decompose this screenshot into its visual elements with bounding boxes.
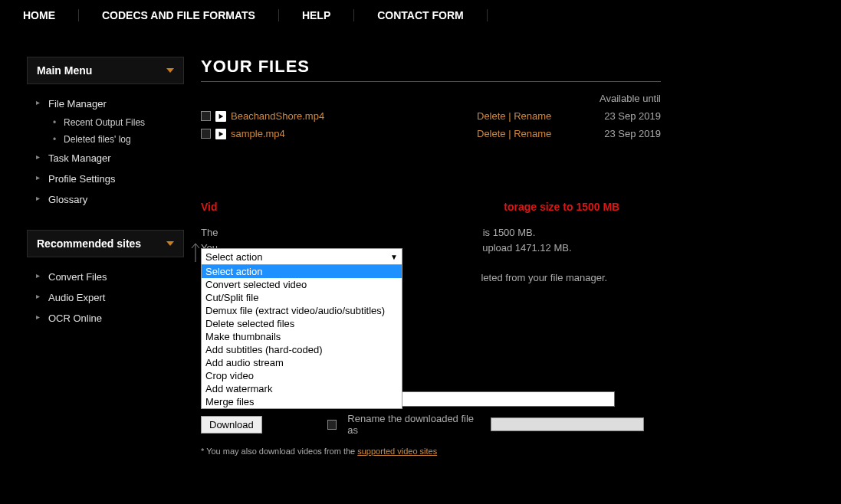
dropdown-option[interactable]: Add subtitles (hard-coded)	[202, 343, 402, 356]
sidebar-item-recent-output[interactable]: Recent Output Files	[27, 114, 184, 131]
action-dropdown: Select action ▼ Select action Convert se…	[201, 248, 402, 409]
chevron-down-icon: ▼	[390, 253, 398, 261]
storage-notice: Vid xxxxxxxxxxxxxxxxxxxxxxxxxxxxxxxxxxxx…	[201, 201, 644, 213]
dropdown-option[interactable]: Convert selected video	[202, 278, 402, 291]
sidebar-item-profile[interactable]: Profile Settings	[27, 169, 184, 189]
file-row: BeachandShore.mp4 Delete | Rename 23 Sep…	[201, 110, 661, 122]
dropdown-option[interactable]: Delete selected files	[202, 317, 402, 330]
chevron-down-icon	[166, 68, 174, 73]
sidebar-item-audio-expert[interactable]: Audio Expert	[27, 287, 184, 308]
file-checkbox[interactable]	[201, 129, 211, 139]
recommended-header[interactable]: Recommended sites	[27, 230, 184, 257]
chevron-down-icon	[166, 241, 174, 246]
supported-sites-link[interactable]: supported video sites	[357, 447, 437, 456]
svg-marker-1	[219, 131, 224, 136]
sidebar-item-glossary[interactable]: Glossary	[27, 189, 184, 210]
nav-home[interactable]: HOME	[0, 9, 79, 21]
action-dropdown-list: Select action Convert selected video Cut…	[201, 265, 402, 409]
file-name-link[interactable]: sample.mp4	[231, 128, 285, 139]
file-name-link[interactable]: BeachandShore.mp4	[231, 110, 324, 122]
play-icon[interactable]	[215, 129, 226, 139]
sidebar: Main Menu File Manager Recent Output Fil…	[0, 57, 184, 329]
file-row: sample.mp4 Delete | Rename 23 Sep 2019	[201, 128, 661, 139]
dropdown-option[interactable]: Make thumbnails	[202, 330, 402, 343]
sidebar-item-task-manager[interactable]: Task Manager	[27, 148, 184, 169]
sidebar-item-convert-files[interactable]: Convert Files	[27, 267, 184, 287]
rename-link[interactable]: Rename	[514, 110, 551, 122]
recommended-title: Recommended sites	[37, 237, 141, 250]
available-until-label: Available until	[201, 93, 661, 104]
rename-checkbox[interactable]	[327, 420, 337, 430]
svg-marker-0	[219, 113, 224, 118]
sidebar-item-deleted-log[interactable]: Deleted files' log	[27, 131, 184, 148]
rename-file-label: Rename the downloaded file as	[347, 413, 480, 436]
nav-help[interactable]: HELP	[279, 9, 354, 21]
main-content: YOUR FILES Available until BeachandShore…	[184, 57, 675, 456]
dropdown-option[interactable]: Cut/Split file	[202, 291, 402, 304]
dropdown-option[interactable]: Merge files	[202, 395, 402, 408]
file-date: 23 Sep 2019	[569, 128, 661, 139]
action-select[interactable]: Select action ▼	[201, 248, 402, 265]
footnote: * You may also download videos from the …	[201, 447, 644, 456]
play-icon[interactable]	[215, 111, 226, 122]
rename-link[interactable]: Rename	[514, 128, 551, 139]
dropdown-option[interactable]: Crop video	[202, 369, 402, 382]
file-date: 23 Sep 2019	[569, 110, 661, 122]
main-menu-title: Main Menu	[37, 64, 92, 77]
nav-codecs[interactable]: CODECS AND FILE FORMATS	[79, 9, 279, 21]
select-arrow-icon	[190, 242, 201, 267]
sidebar-item-ocr-online[interactable]: OCR Online	[27, 308, 184, 329]
download-button[interactable]: Download	[201, 416, 262, 434]
sidebar-item-file-manager[interactable]: File Manager	[27, 93, 184, 114]
dropdown-option[interactable]: Demux file (extract video/audio/subtitle…	[202, 304, 402, 317]
nav-contact[interactable]: CONTACT FORM	[354, 9, 488, 21]
top-nav: HOME CODECS AND FILE FORMATS HELP CONTAC…	[0, 0, 841, 35]
dropdown-option[interactable]: Add audio stream	[202, 356, 402, 369]
delete-link[interactable]: Delete	[477, 128, 506, 139]
dropdown-option[interactable]: Select action	[202, 265, 402, 278]
main-menu-header[interactable]: Main Menu	[27, 57, 184, 84]
delete-link[interactable]: Delete	[477, 110, 506, 122]
file-checkbox[interactable]	[201, 111, 211, 121]
dropdown-option[interactable]: Add watermark	[202, 382, 402, 395]
page-title: YOUR FILES	[201, 57, 661, 82]
select-current-value: Select action	[205, 251, 262, 263]
rename-input[interactable]	[491, 417, 644, 431]
